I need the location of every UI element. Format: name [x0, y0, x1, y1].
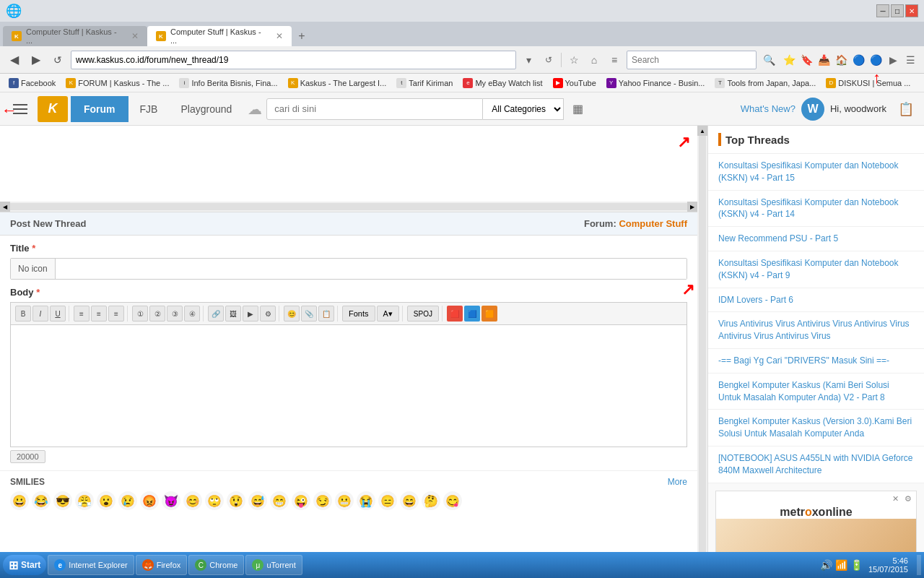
ext-icon-7[interactable]: ▶: [885, 52, 901, 68]
search-icon[interactable]: 🔍: [761, 52, 777, 68]
start-button[interactable]: ⊞ Start: [3, 555, 46, 575]
bookmark-diskusi[interactable]: D DISKUSI | Semua ...: [821, 77, 915, 90]
scroll-left-button[interactable]: ◀: [0, 202, 10, 212]
menu-icon[interactable]: ≡: [606, 52, 622, 68]
smiley-icon[interactable]: 😜: [292, 491, 310, 510]
tb-btn-16[interactable]: 📎: [301, 306, 317, 322]
new-tab-button[interactable]: +: [292, 26, 312, 46]
more-smilies-link[interactable]: More: [668, 477, 687, 487]
smiley-icon[interactable]: 🙄: [205, 491, 224, 510]
bookmark-yahoo[interactable]: Y Yahoo Finance - Busin...: [602, 77, 710, 90]
bookmark-tarif[interactable]: t Tarif Kiriman: [392, 77, 457, 90]
bookmark-facebook[interactable]: f Facebook: [4, 77, 60, 90]
network-icon[interactable]: 📶: [835, 559, 847, 571]
ad-settings-icon[interactable]: ⚙: [905, 494, 912, 504]
kaskus-search-input[interactable]: [266, 98, 483, 120]
smiley-icon[interactable]: 😊: [183, 491, 202, 510]
notification-icon[interactable]: 📋: [895, 98, 917, 120]
close-button[interactable]: ✕: [905, 4, 918, 17]
editor-body[interactable]: [10, 324, 687, 447]
tb-btn-9[interactable]: ③: [167, 306, 183, 322]
bookmark-kaskus-forum[interactable]: K FORUM | Kaskus - The ...: [61, 77, 173, 90]
ext-icon-8[interactable]: ☰: [902, 52, 918, 68]
smiley-icon[interactable]: 😬: [335, 491, 354, 510]
ext-icon-4[interactable]: 🏠: [833, 52, 849, 68]
smiley-icon[interactable]: 😂: [32, 491, 51, 510]
home-icon[interactable]: ⌂: [586, 52, 602, 68]
smiley-icon[interactable]: 😭: [357, 491, 375, 510]
scroll-up-button[interactable]: ▲: [697, 126, 707, 136]
smiley-icon[interactable]: 😎: [53, 491, 72, 510]
no-icon-button[interactable]: No icon: [11, 259, 56, 279]
thread-list-item[interactable]: Virus Antivirus Virus Antivirus Virus An…: [708, 312, 924, 349]
smiley-icon[interactable]: 🤔: [422, 491, 440, 510]
taskbar-ff[interactable]: 🦊 Firefox: [136, 555, 188, 575]
time-display[interactable]: 5:46 15/07/2015: [868, 556, 908, 574]
color-btn-red[interactable]: 🟥: [447, 306, 463, 322]
smiley-icon[interactable]: 😢: [118, 491, 137, 510]
tab-2[interactable]: K Computer Stuff | Kaskus - ... ✕: [147, 26, 292, 46]
bookmark-info[interactable]: i Info Berita Bisnis, Fina...: [175, 77, 282, 90]
bookmark-ebay[interactable]: e My eBay Watch list: [458, 77, 546, 90]
taskbar-ie[interactable]: e Internet Explorer: [48, 555, 134, 575]
tb-btn-15[interactable]: 😊: [284, 306, 300, 322]
smiley-icon[interactable]: 😄: [400, 491, 419, 510]
ext-icon-3[interactable]: 📥: [816, 52, 832, 68]
scroll-track-v[interactable]: [699, 136, 706, 568]
maximize-button[interactable]: □: [891, 4, 904, 17]
taskbar-chrome[interactable]: C Chrome: [188, 555, 244, 575]
smiley-icon[interactable]: 😅: [248, 491, 267, 510]
smiley-icon[interactable]: 😈: [162, 491, 180, 510]
thread-list-item[interactable]: New Recommend PSU - Part 5: [708, 227, 924, 251]
smiley-icon[interactable]: 😏: [313, 491, 332, 510]
tb-btn-1[interactable]: B: [15, 306, 31, 322]
ad-close-button[interactable]: ✕: [892, 494, 899, 504]
tab-close-2[interactable]: ✕: [276, 31, 283, 41]
address-icon-dropdown[interactable]: ▾: [520, 52, 536, 68]
ext-icon-1[interactable]: ⭐: [781, 52, 797, 68]
spoj-button[interactable]: SPOJ: [407, 306, 439, 322]
tb-btn-14[interactable]: ⚙: [260, 306, 276, 322]
tab-1[interactable]: K Computer Stuff | Kaskus - ... ✕: [3, 26, 147, 46]
search-box-icon[interactable]: ▦: [567, 98, 588, 120]
scroll-right-button[interactable]: ▶: [687, 202, 697, 212]
thread-list-item[interactable]: Konsultasi Spesifikasi Komputer dan Note…: [708, 154, 924, 191]
scroll-track-h[interactable]: [10, 203, 687, 210]
smiley-icon[interactable]: 😋: [443, 491, 462, 510]
thread-list-item[interactable]: -== Bagi Yg Cari "DRIVERS" Masuk Sini ==…: [708, 349, 924, 374]
forum-button[interactable]: Forum: [71, 96, 128, 122]
category-select[interactable]: All Categories: [483, 98, 564, 120]
tb-btn-3[interactable]: U: [50, 306, 66, 322]
fjb-button[interactable]: FJB: [128, 96, 170, 122]
search-input[interactable]: [627, 51, 757, 69]
thread-list-item[interactable]: Bengkel Komputer Kaskus (Version 3.0).Ka…: [708, 410, 924, 447]
tb-btn-4[interactable]: ≡: [74, 306, 90, 322]
tb-btn-12[interactable]: 🖼: [225, 306, 241, 322]
thread-list-item[interactable]: Konsultasi Spesifikasi Komputer dan Note…: [708, 191, 924, 228]
thread-list-item[interactable]: IDM Lovers - Part 6: [708, 288, 924, 313]
tb-btn-10[interactable]: ④: [184, 306, 200, 322]
tb-btn-11[interactable]: 🔗: [208, 306, 224, 322]
bookmark-tools[interactable]: T Tools from Japan, Japa...: [710, 77, 820, 90]
title-input[interactable]: [56, 259, 687, 279]
thread-list-item[interactable]: [NOTEBOOK] ASUS A455LN with NVIDIA Gefor…: [708, 447, 924, 483]
thread-list-item[interactable]: Bengkel Komputer Kaskus (Kami Beri Solus…: [708, 374, 924, 410]
cloud-icon[interactable]: ☁: [243, 98, 266, 121]
tb-btn-5[interactable]: ≡: [91, 306, 107, 322]
color-btn-blue[interactable]: 🟦: [464, 306, 480, 322]
tb-btn-2[interactable]: I: [32, 306, 48, 322]
battery-icon[interactable]: 🔋: [850, 559, 863, 571]
ext-icon-5[interactable]: 🔵: [850, 52, 866, 68]
reload-button[interactable]: ↺: [49, 51, 66, 69]
smiley-icon[interactable]: 😁: [270, 491, 289, 510]
smiley-icon[interactable]: 😮: [97, 491, 116, 510]
taskbar-utorrent[interactable]: μ uTorrent: [245, 555, 302, 575]
ext-icon-6[interactable]: 🔵: [868, 52, 884, 68]
tab-close-1[interactable]: ✕: [131, 31, 139, 41]
ext-icon-2[interactable]: 🔖: [798, 52, 814, 68]
forum-name-link[interactable]: Computer Stuff: [619, 218, 687, 229]
bookmark-youtube[interactable]: ▶ YouTube: [549, 77, 601, 90]
kaskus-logo[interactable]: K: [38, 96, 68, 122]
tb-btn-17[interactable]: 📋: [318, 306, 334, 322]
smiley-icon[interactable]: 😑: [378, 491, 397, 510]
